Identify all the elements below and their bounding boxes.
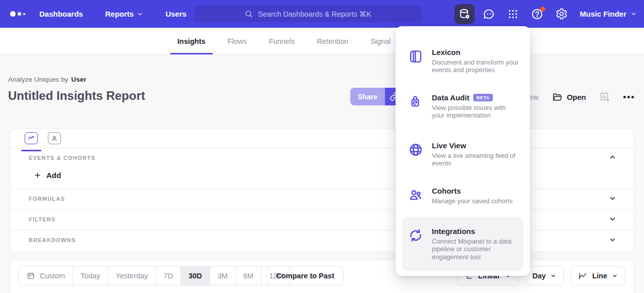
chevron-down-icon: [609, 195, 616, 202]
nav-users[interactable]: Users: [165, 10, 186, 18]
project-switcher[interactable]: Music Finder: [579, 10, 637, 18]
menu-item-data-audit[interactable]: Data Audit BETA View possible issues wit…: [402, 88, 524, 125]
menu-item-cohorts[interactable]: Cohorts Manage your saved cohorts: [402, 182, 524, 210]
segment-7d[interactable]: 7D: [156, 267, 181, 285]
settings-button[interactable]: [551, 4, 571, 24]
menu-item-desc: Manage your saved cohorts: [432, 197, 519, 205]
compare-to-past-button[interactable]: Compare to Past: [267, 266, 344, 285]
report-type-tabs-bar: Insights Flows Funnels Retention Signal …: [0, 28, 644, 54]
segment-3m[interactable]: 3M: [210, 267, 236, 285]
more-options-button[interactable]: [623, 96, 634, 98]
global-search-input[interactable]: Search Dashboards & Reports ⌘K: [194, 6, 422, 22]
nav-users-label: Users: [165, 10, 186, 18]
share-button[interactable]: Share: [350, 88, 385, 105]
plus-icon: [34, 171, 41, 179]
section-breakdowns-label: BREAKDOWNS: [29, 237, 76, 243]
query-mode-tabs: [11, 129, 633, 148]
menu-item-title: Integrations: [432, 227, 475, 236]
segment-6m[interactable]: 6M: [236, 267, 262, 285]
expand-filters-button[interactable]: [609, 215, 616, 223]
primary-nav: Dashboards Reports Users: [39, 0, 186, 28]
nav-reports-label: Reports: [105, 10, 134, 18]
section-events-cohorts-label: EVENTS & COHORTS: [29, 155, 95, 161]
folder-icon: [552, 92, 562, 102]
tab-insights[interactable]: Insights: [166, 28, 217, 54]
audit-icon: [408, 93, 423, 120]
section-filters-label: FILTERS: [29, 216, 55, 222]
tab-flows[interactable]: Flows: [217, 28, 258, 54]
segment-custom[interactable]: Custom: [19, 267, 73, 285]
menu-item-desc: Connect Mixpanel to a data pipeline or c…: [432, 238, 519, 261]
report-actions: New Open: [524, 88, 634, 106]
divider: [11, 189, 633, 189]
beta-badge: BETA: [473, 94, 492, 101]
apps-grid-button[interactable]: [503, 4, 523, 24]
book-icon: [408, 48, 423, 74]
report-subtitle: Analyze Uniques byUser: [8, 76, 86, 83]
menu-item-desc: Document and transform your events and p…: [432, 58, 519, 74]
board-plus-icon: [599, 91, 610, 102]
globe-icon: [408, 141, 423, 167]
nav-dashboards[interactable]: Dashboards: [39, 10, 83, 18]
tab-funnels[interactable]: Funnels: [257, 28, 306, 54]
data-management-menu: Lexicon Document and transform your even…: [396, 26, 530, 276]
nav-right-cluster: Music Finder: [455, 0, 637, 28]
database-gear-icon: [459, 8, 471, 20]
chevron-down-icon: [550, 273, 556, 279]
expand-formulas-button[interactable]: [609, 195, 616, 202]
menu-item-desc: View a live streaming feed of events: [432, 152, 519, 167]
gear-icon: [555, 8, 568, 20]
grid-dots-icon: [507, 8, 519, 20]
collapse-events-button[interactable]: [609, 153, 616, 161]
chat-bubble-icon: [483, 8, 495, 20]
open-report-button[interactable]: Open: [552, 92, 586, 102]
menu-item-title: Data Audit: [432, 93, 469, 102]
menu-item-live-view[interactable]: Live View View a live streaming feed of …: [402, 136, 524, 172]
sync-icon: [408, 227, 423, 261]
chevron-down-icon: [609, 236, 616, 244]
chevron-up-icon: [609, 153, 616, 161]
subtitle-entity[interactable]: User: [71, 76, 86, 83]
tab-retention[interactable]: Retention: [306, 28, 359, 54]
chevron-down-icon: [609, 215, 616, 223]
person-icon: [50, 135, 58, 142]
add-to-board-button[interactable]: [599, 91, 610, 102]
report-title[interactable]: Untitled Insights Report: [8, 89, 145, 103]
search-placeholder: Search Dashboards & Reports ⌘K: [258, 10, 371, 18]
chevron-down-icon: [612, 273, 618, 279]
menu-item-desc: View possible issues with your implement…: [432, 104, 519, 120]
menu-item-title: Cohorts: [432, 187, 461, 195]
top-navbar: Dashboards Reports Users Search Dashboar…: [0, 0, 644, 28]
add-event-button[interactable]: Add: [34, 171, 61, 180]
feedback-button[interactable]: [479, 4, 499, 24]
segment-today[interactable]: Today: [73, 267, 108, 285]
nav-reports[interactable]: Reports: [105, 10, 144, 18]
calendar-icon: [26, 271, 35, 280]
mixpanel-logo-icon[interactable]: [10, 11, 25, 17]
menu-item-title: Live View: [432, 141, 466, 150]
search-icon: [244, 10, 253, 18]
divider: [11, 230, 633, 230]
chevron-down-icon: [630, 11, 637, 17]
line-chart-icon: [578, 271, 588, 281]
nav-dashboards-label: Dashboards: [39, 10, 83, 18]
insights-chart-icon: [27, 134, 36, 142]
people-icon: [408, 187, 423, 205]
help-button[interactable]: [527, 4, 547, 24]
date-range-segments: Custom Today Yesterday 7D 30D 3M 6M 12M: [18, 266, 291, 285]
users-view-tab[interactable]: [48, 132, 61, 144]
section-formulas-label: FORMULAS: [29, 196, 65, 202]
data-management-button[interactable]: [455, 4, 475, 24]
chart-type-dropdown[interactable]: Line: [570, 266, 625, 285]
menu-item-integrations[interactable]: Integrations Connect Mixpanel to a data …: [402, 217, 524, 271]
segment-30d[interactable]: 30D: [181, 267, 210, 285]
project-name: Music Finder: [579, 10, 626, 18]
interval-dropdown[interactable]: Day: [525, 266, 564, 285]
expand-breakdowns-button[interactable]: [609, 236, 616, 244]
menu-item-title: Lexicon: [432, 48, 461, 56]
segment-yesterday[interactable]: Yesterday: [108, 267, 156, 285]
metrics-view-tab[interactable]: [25, 132, 38, 144]
chart-controls-card: Custom Today Yesterday 7D 30D 3M 6M 12M …: [10, 260, 634, 293]
chevron-down-icon: [137, 11, 143, 17]
menu-item-lexicon[interactable]: Lexicon Document and transform your even…: [402, 43, 524, 79]
